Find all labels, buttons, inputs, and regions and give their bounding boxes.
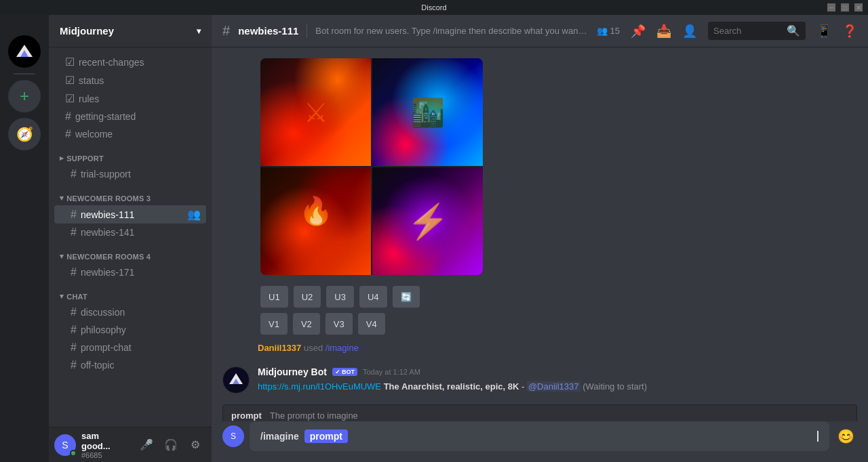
server-name: Midjourney	[60, 25, 114, 37]
channel-item-newbies-141[interactable]: # newbies-141	[54, 224, 206, 241]
bot-message-entry: Midjourney Bot ✓ BOT Today at 1:12 AM ht…	[222, 361, 857, 396]
emoji-button[interactable]: 😊	[835, 425, 857, 447]
hash-icon-newbies111: #	[71, 209, 77, 221]
maximize-button[interactable]: □	[841, 3, 849, 12]
used-by-message: Daniil1337 used /imagine	[222, 337, 857, 358]
upscale-3-button[interactable]: U3	[326, 286, 354, 308]
category-support[interactable]: ▸ SUPPORT	[49, 143, 212, 165]
server-icon-midjourney[interactable]	[8, 35, 41, 68]
inbox-button[interactable]: 📥	[656, 24, 671, 39]
bot-avatar	[222, 366, 250, 394]
bot-message-link[interactable]: https://s.mj.run/l1OHvEuMUWE	[258, 381, 381, 392]
category-newcomer-rooms-4[interactable]: ▾ NEWCOMER ROOMS 4	[49, 241, 212, 264]
hash-icon-discussion: #	[71, 306, 77, 318]
variant-2-button[interactable]: V2	[293, 313, 320, 335]
chevron-right-icon: ▸	[60, 154, 64, 163]
user-tag: #6685	[81, 451, 130, 459]
add-server-button[interactable]: +	[8, 80, 41, 112]
search-bar[interactable]: 🔍	[708, 22, 806, 40]
category-newcomer-rooms-3[interactable]: ▾ NEWCOMER ROOMS 3	[49, 183, 212, 205]
chevron-down-icon: ▾	[197, 26, 201, 36]
close-button[interactable]: ✕	[854, 3, 863, 12]
avatar: S	[54, 434, 76, 456]
channel-item-philosophy[interactable]: # philosophy	[54, 321, 206, 339]
add-member-icon[interactable]: 👥	[187, 208, 201, 221]
channel-item-newbies-171[interactable]: # newbies-171	[54, 264, 206, 281]
image-grid	[260, 58, 483, 275]
image-cell-2	[372, 58, 483, 166]
chevron-down-icon-cat3: ▾	[60, 194, 64, 203]
channel-item-rules[interactable]: ☑ rules	[54, 89, 206, 108]
member-count: 👥 15	[597, 26, 620, 36]
prompt-label: prompt	[231, 411, 262, 421]
server-sidebar: + 🧭	[0, 15, 49, 462]
used-text: Daniil1337 used /imagine	[258, 343, 359, 353]
settings-button[interactable]: ⚙	[184, 434, 206, 456]
titlebar-title: Discord	[421, 3, 446, 12]
server-header[interactable]: Midjourney ▾	[49, 15, 212, 47]
bot-message-text: https://s.mj.run/l1OHvEuMUWE The Anarchi…	[258, 380, 857, 394]
minimize-button[interactable]: ─	[827, 3, 835, 12]
command-input[interactable]	[353, 431, 812, 442]
channel-sidebar: Midjourney ▾ ☑ recent-changes ☑ status ☑…	[49, 15, 212, 462]
image-cell-3	[260, 167, 371, 275]
channel-item-status[interactable]: ☑ status	[54, 71, 206, 89]
titlebar: Discord ─ □ ✕	[0, 0, 868, 15]
channel-item-discussion[interactable]: # discussion	[54, 303, 206, 321]
input-box[interactable]: /imagine prompt	[250, 421, 829, 451]
variant-3-button[interactable]: V3	[326, 313, 353, 335]
inbox-icon-button[interactable]: 📱	[816, 24, 831, 39]
member-count-icon: 👥	[597, 26, 608, 36]
topbar: # newbies-111 Bot room for new users. Ty…	[212, 15, 868, 47]
image-cell-1	[260, 58, 371, 166]
topbar-actions: 👥 15 📌 📥 👤 🔍 📱 ❓	[597, 22, 857, 40]
refresh-button[interactable]: 🔄	[393, 286, 420, 308]
channel-item-trial-support[interactable]: # trial-support	[54, 165, 206, 183]
channel-item-off-topic[interactable]: # off-topic	[54, 356, 206, 374]
rules-icon-3: ☑	[65, 92, 75, 105]
channel-list: ☑ recent-changes ☑ status ☑ rules # gett…	[49, 47, 212, 427]
bot-username: Midjourney Bot	[258, 366, 327, 377]
variant-buttons-row: V1 V2 V3 V4	[260, 313, 857, 335]
refresh-icon: 🔄	[401, 292, 412, 302]
hash-icon-newbies171: #	[71, 266, 77, 278]
used-by-user: Daniil1337	[258, 343, 301, 353]
command-prefix: /imagine	[260, 431, 299, 442]
server-divider	[14, 73, 35, 75]
upscale-1-button[interactable]: U1	[260, 286, 288, 308]
messages-area: U1 U2 U3 U4 🔄 V1 V2 V3 V4 Daniil1337	[212, 47, 868, 421]
headphones-button[interactable]: 🎧	[160, 434, 182, 456]
members-button[interactable]: 👤	[682, 24, 697, 39]
hash-icon-2: #	[65, 128, 71, 140]
pin-button[interactable]: 📌	[631, 24, 646, 39]
channel-item-getting-started[interactable]: # getting-started	[54, 108, 206, 125]
user-controls: 🎤 🎧 ⚙	[136, 434, 206, 456]
bot-message-header: Midjourney Bot ✓ BOT Today at 1:12 AM	[258, 366, 857, 377]
microphone-button[interactable]: 🎤	[136, 434, 157, 456]
prompt-value: The prompt to imagine	[270, 411, 358, 421]
used-command: /imagine	[326, 343, 359, 353]
upscale-2-button[interactable]: U2	[294, 286, 321, 308]
member-count-value: 15	[610, 26, 620, 36]
help-button[interactable]: ❓	[842, 24, 857, 39]
image-grid-container	[260, 58, 857, 275]
upscale-4-button[interactable]: U4	[359, 286, 387, 308]
explore-button[interactable]: 🧭	[8, 118, 41, 150]
channel-item-prompt-chat[interactable]: # prompt-chat	[54, 339, 206, 356]
channel-item-recent-changes[interactable]: ☑ recent-changes	[54, 53, 206, 71]
channel-item-newbies-111[interactable]: # newbies-111 👥	[54, 205, 206, 224]
channel-item-welcome[interactable]: # welcome	[54, 125, 206, 143]
search-input[interactable]	[713, 26, 783, 36]
topbar-divider	[307, 24, 307, 38]
command-tag: prompt	[304, 429, 348, 443]
chevron-down-icon-chat: ▾	[60, 292, 64, 301]
input-cursor	[817, 431, 818, 442]
bot-message-content: Midjourney Bot ✓ BOT Today at 1:12 AM ht…	[258, 366, 857, 394]
upscale-buttons-row: U1 U2 U3 U4 🔄	[260, 286, 857, 308]
command-input-row: S /imagine prompt 😊	[222, 421, 857, 451]
bot-badge: ✓ BOT	[332, 368, 357, 376]
variant-4-button[interactable]: V4	[358, 313, 385, 335]
topbar-description: Bot room for new users. Type /imagine th…	[315, 26, 588, 36]
category-chat[interactable]: ▾ CHAT	[49, 281, 212, 303]
variant-1-button[interactable]: V1	[260, 313, 288, 335]
